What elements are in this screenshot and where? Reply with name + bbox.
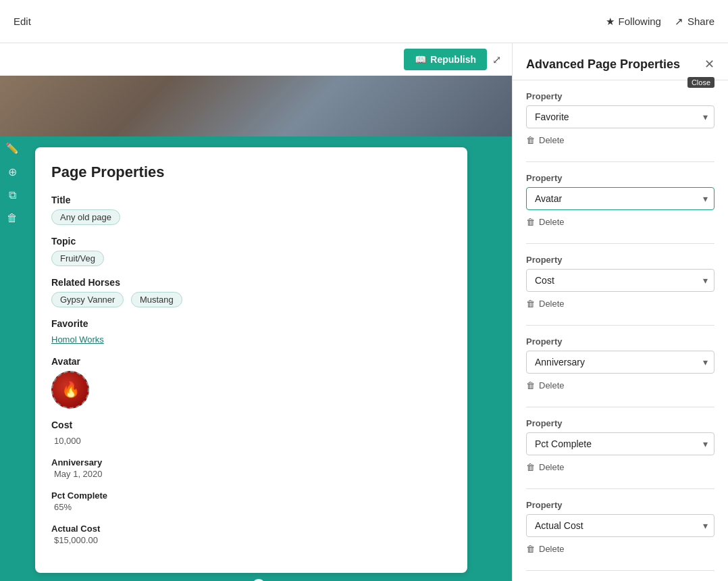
horse-tag-1: Gypsy Vanner — [51, 292, 124, 307]
delete-button-6[interactable]: 🗑 Delete — [526, 541, 565, 557]
property-row-1: Property Favorite Avatar Cost Anniversar… — [526, 91, 714, 148]
delete-button-3[interactable]: 🗑 Delete — [526, 296, 565, 311]
edit-icon[interactable]: ✏️ — [5, 142, 19, 155]
property-select-6[interactable]: Favorite Avatar Cost Anniversary Pct Com… — [526, 514, 714, 537]
trash-icon-2: 🗑 — [526, 217, 535, 227]
card-title: Page Properties — [51, 163, 451, 181]
top-bar: Edit ★ Following ↗ Share — [0, 0, 728, 43]
property-select-5[interactable]: Favorite Avatar Cost Anniversary Pct Com… — [526, 432, 714, 455]
anniversary-label: Anniversary — [51, 457, 451, 468]
select-wrapper-6: Favorite Avatar Cost Anniversary Pct Com… — [526, 514, 714, 537]
title-section: Title Any old page — [51, 195, 451, 225]
title-tag: Any old page — [51, 209, 120, 225]
avatar: 🔥 — [51, 371, 89, 409]
actual-cost-label: Actual Cost — [51, 524, 451, 534]
right-panel: Advanced Page Properties ✕ Close Propert… — [512, 43, 728, 581]
divider-1 — [526, 161, 714, 162]
republish-button[interactable]: 📖 Republish — [404, 49, 487, 70]
property-select-1[interactable]: Favorite Avatar Cost Anniversary Pct Com… — [526, 105, 714, 128]
property-label-1: Property — [526, 91, 714, 101]
trash-icon-1: 🗑 — [526, 135, 535, 145]
right-panel-header: Advanced Page Properties ✕ Close — [513, 43, 728, 80]
page-area: 📖 Republish ⤢ ✏️ ⊕ ⧉ 🗑 Page Properties — [0, 43, 512, 581]
republish-bar: 📖 Republish ⤢ — [0, 43, 512, 76]
select-wrapper-3: Favorite Avatar Cost Anniversary Pct Com… — [526, 269, 714, 292]
divider-5 — [526, 488, 714, 489]
book-icon: 📖 — [415, 54, 426, 65]
delete-button-4[interactable]: 🗑 Delete — [526, 378, 565, 393]
right-panel-title: Advanced Page Properties — [526, 57, 680, 72]
select-wrapper-2: Favorite Avatar Cost Anniversary Pct Com… — [526, 187, 714, 210]
property-row-6: Property Favorite Avatar Cost Anniversar… — [526, 500, 714, 557]
property-label-6: Property — [526, 500, 714, 510]
star-icon: ★ — [606, 16, 615, 28]
close-button[interactable]: ✕ Close — [704, 57, 714, 72]
property-row-3: Property Favorite Avatar Cost Anniversar… — [526, 255, 714, 311]
pct-complete-label: Pct Complete — [51, 490, 451, 501]
trash-icon-6: 🗑 — [526, 544, 535, 554]
main-content: 📖 Republish ⤢ ✏️ ⊕ ⧉ 🗑 Page Properties — [0, 43, 728, 581]
trash-icon-4: 🗑 — [526, 380, 535, 390]
property-row-2: Property Favorite Avatar Cost Anniversar… — [526, 173, 714, 230]
select-wrapper-1: Favorite Avatar Cost Anniversary Pct Com… — [526, 105, 714, 128]
anniversary-value: May 1, 2020 — [54, 469, 103, 479]
trash-icon-3: 🗑 — [526, 299, 535, 309]
actual-cost-value: $15,000.00 — [54, 535, 98, 545]
avatar-label: Avatar — [51, 356, 451, 367]
cost-section: Cost 10,000 — [51, 420, 451, 447]
cost-label: Cost — [51, 420, 451, 430]
cost-value: 10,000 — [54, 436, 81, 446]
expand-button[interactable]: ⤢ — [492, 53, 501, 66]
property-select-2[interactable]: Favorite Avatar Cost Anniversary Pct Com… — [526, 187, 714, 210]
property-row-4: Property Favorite Avatar Cost Anniversar… — [526, 336, 714, 393]
avatar-section: Avatar 🔥 — [51, 356, 451, 409]
left-sidebar: ✏️ ⊕ ⧉ 🗑 — [0, 136, 24, 581]
actual-cost-section: Actual Cost $15,000.00 — [51, 524, 451, 546]
close-tooltip: Close — [687, 77, 714, 88]
divider-2 — [526, 243, 714, 244]
divider-3 — [526, 325, 714, 326]
property-label-3: Property — [526, 255, 714, 265]
header-image — [0, 76, 512, 136]
topic-label: Topic — [51, 236, 451, 247]
favorite-section: Favorite Homol Works — [51, 318, 451, 345]
pct-complete-section: Pct Complete 65% — [51, 490, 451, 513]
pct-complete-value: 65% — [54, 502, 72, 512]
property-select-3[interactable]: Favorite Avatar Cost Anniversary Pct Com… — [526, 269, 714, 292]
right-panel-body: Property Favorite Avatar Cost Anniversar… — [513, 80, 728, 581]
title-label: Title — [51, 195, 451, 205]
favorite-label: Favorite — [51, 318, 451, 329]
property-label-4: Property — [526, 336, 714, 347]
select-wrapper-5: Favorite Avatar Cost Anniversary Pct Com… — [526, 432, 714, 455]
topic-tag: Fruit/Veg — [51, 251, 104, 266]
delete-sidebar-icon[interactable]: 🗑 — [7, 212, 18, 224]
trash-icon-5: 🗑 — [526, 462, 535, 472]
related-horses-label: Related Horses — [51, 277, 451, 288]
delete-button-5[interactable]: 🗑 Delete — [526, 459, 565, 475]
delete-button-1[interactable]: 🗑 Delete — [526, 132, 565, 148]
divider-6 — [526, 570, 714, 571]
edit-button[interactable]: Edit — [14, 16, 31, 27]
delete-button-2[interactable]: 🗑 Delete — [526, 214, 565, 230]
divider-4 — [526, 407, 714, 407]
select-wrapper-4: Favorite Avatar Cost Anniversary Pct Com… — [526, 351, 714, 374]
property-label-5: Property — [526, 418, 714, 428]
property-select-4[interactable]: Favorite Avatar Cost Anniversary Pct Com… — [526, 351, 714, 374]
share-button[interactable]: ↗ Share — [675, 16, 714, 28]
copy-icon[interactable]: ⧉ — [9, 189, 16, 201]
avatar-icon: 🔥 — [61, 381, 80, 399]
related-horses-section: Related Horses Gypsy Vanner Mustang — [51, 277, 451, 307]
page-content-wrapper: ✏️ ⊕ ⧉ 🗑 Page Properties Title Any old p… — [0, 136, 512, 581]
horse-tag-2: Mustang — [131, 292, 182, 307]
following-button[interactable]: ★ Following — [606, 16, 661, 28]
property-row-5: Property Favorite Avatar Cost Anniversar… — [526, 418, 714, 475]
topic-section: Topic Fruit/Veg — [51, 236, 451, 266]
anniversary-section: Anniversary May 1, 2020 — [51, 457, 451, 480]
page-properties-card: Page Properties Title Any old page Topic… — [35, 147, 467, 573]
favorite-link[interactable]: Homol Works — [51, 334, 104, 345]
property-label-2: Property — [526, 173, 714, 183]
move-icon[interactable]: ⊕ — [8, 166, 17, 178]
share-icon: ↗ — [675, 16, 683, 28]
